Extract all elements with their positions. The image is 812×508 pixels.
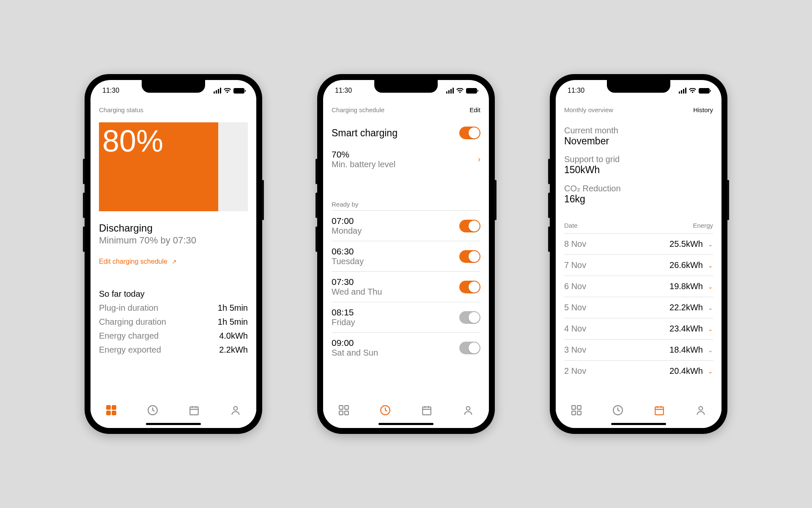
table-row[interactable]: 7 Nov26.6kWh⌄ — [564, 254, 713, 276]
schedule-row[interactable]: 08:15Friday — [332, 302, 480, 332]
svg-rect-19 — [655, 407, 664, 414]
battery-fill: 80% — [99, 122, 218, 211]
readyby-header: Ready by — [332, 201, 480, 208]
svg-rect-9 — [339, 411, 343, 415]
col-energy: Energy — [693, 222, 713, 229]
svg-point-20 — [699, 406, 703, 410]
battery-icon — [466, 88, 477, 94]
tab-calendar[interactable] — [421, 404, 433, 416]
stat-current-month: Current month November — [564, 126, 713, 147]
chevron-down-icon: ⌄ — [708, 347, 713, 353]
page-title: Monthly overview — [564, 106, 613, 113]
battery-icon — [699, 88, 710, 94]
battery-empty — [218, 122, 248, 211]
schedule-toggle[interactable] — [459, 281, 480, 293]
col-date: Date — [564, 222, 578, 229]
svg-rect-10 — [345, 411, 348, 415]
chevron-down-icon: ⌄ — [708, 368, 713, 375]
wifi-icon — [456, 88, 464, 94]
status-time: 11:30 — [102, 87, 119, 94]
chevron-down-icon: ⌄ — [708, 283, 713, 290]
wifi-icon — [224, 88, 231, 94]
smart-charging-toggle[interactable] — [459, 127, 480, 139]
today-row: Plug-in duration1h 5min — [99, 303, 248, 313]
status-icons — [446, 88, 477, 94]
edit-schedule-label: Edit charging schedule — [99, 258, 167, 265]
phone-schedule: 11:30 Charging schedule Edit Smart charg… — [317, 74, 495, 434]
chevron-down-icon: ⌄ — [708, 262, 713, 269]
svg-rect-2 — [107, 411, 110, 415]
min-battery-label: Min. battery level — [332, 160, 395, 169]
today-row: Charging duration1h 5min — [99, 317, 248, 327]
tab-clock[interactable] — [379, 404, 391, 416]
tab-dashboard[interactable] — [105, 404, 117, 416]
schedule-toggle[interactable] — [459, 311, 480, 324]
table-header: Date Energy — [564, 222, 713, 233]
tab-dashboard[interactable] — [571, 404, 582, 416]
page-title: Charging schedule — [332, 106, 384, 113]
min-battery-value: 70% — [332, 149, 395, 160]
home-indicator[interactable] — [611, 423, 666, 425]
tab-profile[interactable] — [462, 404, 474, 416]
schedule-row[interactable]: 06:30Tuesday — [332, 241, 480, 271]
stat-grid-support: Support to grid 150kWh — [564, 155, 713, 176]
notch — [142, 80, 205, 93]
table-row[interactable]: 4 Nov23.4kWh⌄ — [564, 318, 713, 339]
min-battery-row[interactable]: 70% Min. battery level › — [332, 144, 480, 175]
tab-profile[interactable] — [230, 404, 241, 416]
tab-profile[interactable] — [695, 404, 707, 416]
svg-rect-3 — [112, 411, 116, 415]
signal-icon — [214, 88, 221, 94]
battery-pct: 80% — [102, 124, 163, 158]
svg-rect-15 — [577, 406, 581, 409]
table-row[interactable]: 6 Nov19.8kWh⌄ — [564, 276, 713, 297]
smart-charging-row[interactable]: Smart charging — [332, 118, 480, 144]
notch — [607, 80, 670, 93]
home-indicator[interactable] — [379, 423, 433, 425]
tab-calendar[interactable] — [653, 404, 665, 416]
charging-state: Discharging — [99, 222, 248, 234]
page-title: Charging status — [99, 106, 143, 113]
tab-dashboard[interactable] — [338, 404, 350, 416]
schedule-toggle[interactable] — [459, 250, 480, 263]
schedule-row[interactable]: 07:30Wed and Thu — [332, 271, 480, 302]
today-row: Energy charged4.0kWh — [99, 331, 248, 341]
tab-clock[interactable] — [612, 404, 624, 416]
table-row[interactable]: 3 Nov18.4kWh⌄ — [564, 339, 713, 360]
table-row[interactable]: 5 Nov22.2kWh⌄ — [564, 297, 713, 318]
svg-rect-0 — [107, 406, 110, 409]
tab-clock[interactable] — [147, 404, 159, 416]
status-time: 11:30 — [568, 87, 584, 94]
edit-button[interactable]: Edit — [469, 106, 480, 113]
home-indicator[interactable] — [146, 423, 201, 425]
svg-rect-1 — [112, 406, 116, 409]
edit-schedule-link[interactable]: Edit charging schedule ↗ — [99, 258, 248, 265]
table-row[interactable]: 2 Nov20.4kWh⌄ — [564, 360, 713, 381]
schedule-toggle[interactable] — [459, 342, 480, 354]
history-button[interactable]: History — [693, 106, 713, 113]
svg-rect-8 — [345, 406, 348, 409]
status-icons — [214, 88, 244, 94]
tab-calendar[interactable] — [188, 404, 200, 416]
charging-target: Minimum 70% by 07:30 — [99, 235, 248, 246]
signal-icon — [679, 88, 686, 94]
signal-icon — [446, 88, 454, 94]
svg-rect-5 — [190, 407, 198, 414]
svg-rect-12 — [422, 407, 431, 414]
status-time: 11:30 — [335, 87, 352, 94]
schedule-toggle[interactable] — [459, 220, 480, 232]
chevron-down-icon: ⌄ — [708, 241, 713, 248]
notch — [374, 80, 438, 93]
svg-rect-16 — [572, 411, 576, 415]
svg-rect-7 — [339, 406, 343, 409]
chevron-down-icon: ⌄ — [708, 326, 713, 332]
smart-charging-label: Smart charging — [332, 127, 398, 139]
svg-rect-17 — [577, 411, 581, 415]
schedule-row[interactable]: 09:00Sat and Sun — [332, 332, 480, 363]
table-row[interactable]: 8 Nov25.5kWh⌄ — [564, 233, 713, 254]
today-row: Energy exported2.2kWh — [99, 345, 248, 355]
phone-status: 11:30 Charging status 80% Discharging Mi… — [85, 74, 262, 434]
chevron-right-icon: › — [478, 155, 480, 164]
schedule-row[interactable]: 07:00Monday — [332, 210, 480, 241]
svg-rect-14 — [572, 406, 576, 409]
